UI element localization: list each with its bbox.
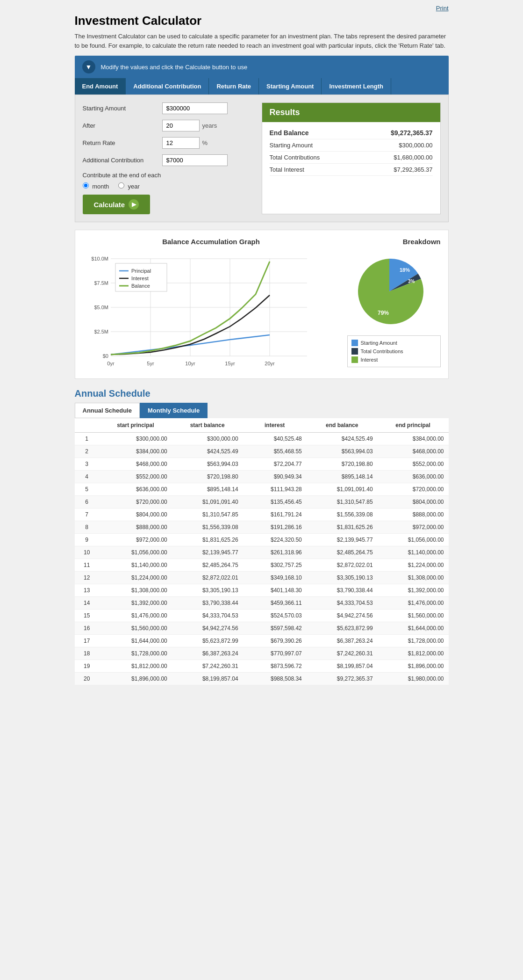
table-cell: $1,831,625.26 bbox=[172, 534, 243, 546]
table-row: 4$552,000.00$720,198.80$90,949.34$895,14… bbox=[75, 471, 449, 483]
after-input[interactable] bbox=[162, 120, 200, 131]
calculate-button[interactable]: Calculate ▶ bbox=[83, 195, 150, 214]
table-cell: $1,308,000.00 bbox=[99, 584, 172, 597]
col-header-num bbox=[75, 418, 99, 433]
tab-additional-contribution[interactable]: Additional Contribution bbox=[126, 78, 209, 94]
table-cell: $3,790,338.44 bbox=[172, 597, 243, 610]
table-cell: $7,242,260.31 bbox=[307, 647, 378, 660]
result-starting-amount-label: Starting Amount bbox=[270, 142, 313, 149]
return-rate-input[interactable] bbox=[162, 137, 200, 149]
schedule-tab-annual[interactable]: Annual Schedule bbox=[75, 403, 140, 418]
table-cell: $636,000.00 bbox=[99, 483, 172, 496]
calculate-label: Calculate bbox=[94, 201, 125, 209]
starting-amount-input[interactable] bbox=[162, 102, 228, 114]
calculate-arrow-icon: ▶ bbox=[129, 199, 139, 210]
starting-amount-label: Starting Amount bbox=[83, 105, 162, 112]
table-cell: $4,333,704.53 bbox=[172, 610, 243, 622]
dropdown-arrow-icon[interactable]: ▼ bbox=[82, 60, 95, 73]
form-left: Starting Amount After years Return Rate … bbox=[83, 102, 262, 214]
schedule-table: start principal start balance interest e… bbox=[75, 418, 449, 685]
table-cell: $1,392,000.00 bbox=[99, 597, 172, 610]
table-cell: $135,456.45 bbox=[243, 496, 307, 508]
table-cell: $2,872,022.01 bbox=[307, 559, 378, 572]
table-cell: $1,056,000.00 bbox=[99, 546, 172, 559]
table-cell: 9 bbox=[75, 534, 99, 546]
additional-contribution-input[interactable] bbox=[162, 154, 228, 166]
tab-end-amount[interactable]: End Amount bbox=[75, 78, 126, 94]
radio-month-label[interactable]: month bbox=[83, 183, 111, 190]
table-cell: $401,148.30 bbox=[243, 584, 307, 597]
table-cell: $895,148.14 bbox=[307, 471, 378, 483]
breakdown-legend-contributions: Total Contributions bbox=[351, 348, 437, 355]
table-header-row: start principal start balance interest e… bbox=[75, 418, 449, 433]
table-cell: $302,757.25 bbox=[243, 559, 307, 572]
table-cell: $90,949.34 bbox=[243, 471, 307, 483]
svg-text:$7.5M: $7.5M bbox=[94, 280, 108, 286]
table-row: 12$1,224,000.00$2,872,022.01$349,168.10$… bbox=[75, 572, 449, 584]
table-cell: $4,942,274.56 bbox=[172, 622, 243, 635]
chart-area: $10.0M $7.5M $5.0M $2.5M $0 0yr 5yr 10yr… bbox=[83, 249, 340, 371]
print-link[interactable]: Print bbox=[75, 5, 449, 12]
table-cell: $895,148.14 bbox=[172, 483, 243, 496]
return-rate-label: Return Rate bbox=[83, 139, 162, 146]
table-row: 19$1,812,000.00$7,242,260.31$873,596.72$… bbox=[75, 660, 449, 673]
table-cell: 6 bbox=[75, 496, 99, 508]
table-cell: $1,140,000.00 bbox=[378, 546, 449, 559]
col-header-end-principal: end principal bbox=[378, 418, 449, 433]
table-cell: $1,644,000.00 bbox=[378, 622, 449, 635]
table-cell: $3,305,190.13 bbox=[307, 572, 378, 584]
table-cell: $9,272,365.37 bbox=[307, 673, 378, 685]
table-cell: $1,056,000.00 bbox=[378, 534, 449, 546]
table-cell: $679,390.26 bbox=[243, 635, 307, 647]
table-cell: 12 bbox=[75, 572, 99, 584]
schedule-section: Annual Schedule Annual Schedule Monthly … bbox=[75, 388, 449, 685]
table-cell: $1,896,000.00 bbox=[378, 660, 449, 673]
table-row: 18$1,728,000.00$6,387,263.24$770,997.07$… bbox=[75, 647, 449, 660]
breakdown-legend-interest-label: Interest bbox=[361, 357, 378, 363]
tab-investment-length[interactable]: Investment Length bbox=[322, 78, 391, 94]
result-total-interest-value: $7,292,365.37 bbox=[394, 166, 432, 173]
table-cell: $1,812,000.00 bbox=[378, 647, 449, 660]
result-starting-amount-row: Starting Amount $300,000.00 bbox=[270, 139, 433, 152]
results-panel: Results End Balance $9,272,365.37 Starti… bbox=[262, 102, 441, 214]
table-cell: 15 bbox=[75, 610, 99, 622]
svg-text:0yr: 0yr bbox=[107, 361, 115, 366]
table-cell: $1,308,000.00 bbox=[378, 572, 449, 584]
page-title: Investment Calculator bbox=[75, 14, 449, 28]
tab-return-rate[interactable]: Return Rate bbox=[209, 78, 259, 94]
table-cell: 19 bbox=[75, 660, 99, 673]
radio-year-label[interactable]: year bbox=[118, 183, 140, 190]
table-cell: $2,485,264.75 bbox=[172, 559, 243, 572]
svg-text:15yr: 15yr bbox=[225, 361, 235, 366]
table-cell: $161,791.24 bbox=[243, 508, 307, 521]
table-cell: $424,525.49 bbox=[307, 433, 378, 445]
table-cell: $1,091,091.40 bbox=[307, 483, 378, 496]
table-cell: $1,644,000.00 bbox=[99, 635, 172, 647]
breakdown-legend-contributions-label: Total Contributions bbox=[361, 348, 403, 354]
end-balance-label: End Balance bbox=[270, 129, 309, 137]
chart-main: Balance Accumulation Graph $10.0M $7.5M … bbox=[83, 238, 340, 371]
table-cell: 13 bbox=[75, 584, 99, 597]
radio-year[interactable] bbox=[118, 182, 124, 189]
additional-contribution-label: Additional Contribution bbox=[83, 157, 162, 164]
balance-chart: $10.0M $7.5M $5.0M $2.5M $0 0yr 5yr 10yr… bbox=[83, 249, 316, 371]
radio-month[interactable] bbox=[83, 182, 89, 189]
table-cell: $1,224,000.00 bbox=[378, 559, 449, 572]
table-cell: $384,000.00 bbox=[378, 433, 449, 445]
top-bar-text: Modify the values and click the Calculat… bbox=[101, 64, 248, 71]
schedule-tab-monthly[interactable]: Monthly Schedule bbox=[140, 403, 208, 418]
result-total-interest-row: Total Interest $7,292,365.37 bbox=[270, 164, 433, 176]
table-cell: $6,387,263.24 bbox=[307, 635, 378, 647]
table-cell: 7 bbox=[75, 508, 99, 521]
table-row: 5$636,000.00$895,148.14$111,943.28$1,091… bbox=[75, 483, 449, 496]
tab-starting-amount[interactable]: Starting Amount bbox=[259, 78, 322, 94]
return-rate-suffix: % bbox=[202, 139, 208, 146]
table-row: 1$300,000.00$300,000.00$40,525.48$424,52… bbox=[75, 433, 449, 445]
table-cell: $72,204.77 bbox=[243, 458, 307, 471]
table-cell: $1,728,000.00 bbox=[378, 635, 449, 647]
table-row: 2$384,000.00$424,525.49$55,468.55$563,99… bbox=[75, 445, 449, 458]
table-row: 14$1,392,000.00$3,790,338.44$459,366.11$… bbox=[75, 597, 449, 610]
table-cell: 2 bbox=[75, 445, 99, 458]
table-cell: $1,556,339.08 bbox=[172, 521, 243, 534]
table-cell: $888,000.00 bbox=[378, 508, 449, 521]
